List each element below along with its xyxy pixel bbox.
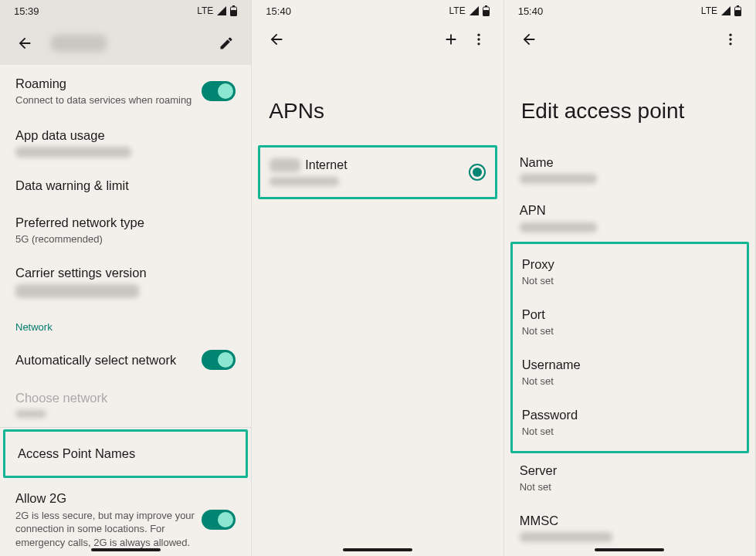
access-point-names-setting[interactable]: Access Point Names (3, 429, 248, 478)
svg-point-6 (477, 34, 480, 36)
lte-label: LTE (701, 5, 717, 16)
roaming-setting[interactable]: Roaming Connect to data services when ro… (0, 65, 251, 118)
screen3-header (504, 22, 755, 57)
app-data-title: App data usage (15, 127, 105, 144)
field-apn[interactable]: APN (504, 193, 755, 241)
svg-point-14 (729, 42, 731, 45)
allow-2g-setting[interactable]: Allow 2G 2G is less secure, but may impr… (0, 480, 251, 556)
back-button[interactable] (263, 25, 290, 53)
field-server-sub: Not set (520, 480, 740, 494)
page-title: APNs (252, 57, 503, 145)
apn-list-item[interactable]: Internet (258, 145, 497, 199)
carrier-title: Carrier settings version (15, 265, 147, 281)
choose-network-setting: Choose network (0, 381, 251, 426)
allow-2g-toggle[interactable] (202, 510, 236, 530)
carrier-name-redacted (51, 35, 107, 52)
auto-select-toggle[interactable] (202, 350, 236, 370)
more-button[interactable] (465, 25, 493, 53)
allow2g-title: Allow 2G (15, 490, 202, 507)
field-port-title: Port (522, 307, 737, 323)
status-bar: 15:39 LTE (0, 0, 251, 22)
status-bar: 15:40 LTE (504, 0, 755, 22)
svg-point-12 (729, 34, 731, 36)
screen2-header (252, 22, 503, 57)
field-port[interactable]: Port Not set (513, 297, 747, 348)
prefnet-sub: 5G (recommended) (15, 232, 103, 246)
svg-point-13 (729, 38, 731, 40)
status-time: 15:40 (518, 5, 544, 17)
nav-bar[interactable] (595, 548, 664, 551)
data-warning-limit-setting[interactable]: Data warning & limit (0, 167, 251, 205)
svg-point-8 (477, 42, 480, 45)
field-name[interactable]: Name (504, 145, 755, 193)
screen1-header (0, 22, 251, 65)
add-button[interactable] (437, 25, 465, 53)
network-section-header: Network (0, 307, 251, 339)
status-time: 15:39 (14, 5, 39, 17)
field-mmsc-value-redacted (520, 532, 612, 542)
proxy-auth-group: Proxy Not set Port Not set Username Not … (510, 242, 749, 453)
field-name-value-redacted (520, 174, 597, 184)
field-port-sub: Not set (522, 324, 737, 338)
edit-button[interactable] (212, 29, 240, 57)
carrier-value-redacted (15, 284, 139, 298)
apn-title: Access Point Names (18, 446, 135, 462)
field-mmsc-title: MMSC (520, 513, 740, 529)
prefnet-title: Preferred network type (15, 215, 144, 231)
divider (0, 427, 251, 428)
svg-rect-11 (734, 10, 741, 16)
screen-apns: 15:40 LTE APNs Internet (252, 0, 503, 556)
back-button[interactable] (11, 29, 39, 57)
battery-icon (734, 5, 741, 16)
status-time: 15:40 (266, 5, 291, 17)
field-username[interactable]: Username Not set (513, 348, 747, 398)
choose-value-redacted (15, 410, 46, 418)
roaming-toggle[interactable] (202, 81, 236, 101)
field-proxy[interactable]: Proxy Not set (513, 247, 747, 297)
app-data-value-redacted (15, 147, 131, 158)
field-mmsc[interactable]: MMSC (504, 503, 755, 551)
signal-icon (216, 6, 227, 15)
field-proxy-sub: Not set (522, 274, 737, 288)
field-server[interactable]: Server Not set (504, 453, 755, 503)
field-username-title: Username (522, 357, 737, 373)
more-button[interactable] (717, 25, 744, 53)
nav-bar[interactable] (91, 548, 161, 551)
app-data-usage-setting[interactable]: App data usage (0, 118, 251, 167)
carrier-settings-version-setting[interactable]: Carrier settings version (0, 256, 251, 307)
field-server-title: Server (520, 463, 740, 479)
signal-icon (469, 6, 480, 15)
svg-rect-5 (483, 10, 489, 16)
autosel-title: Automatically select network (15, 352, 202, 368)
field-apn-title: APN (520, 202, 740, 219)
roaming-title: Roaming (15, 76, 202, 92)
preferred-network-type-setting[interactable]: Preferred network type 5G (recommended) (0, 205, 251, 256)
choose-title: Choose network (15, 390, 107, 406)
apn-name-redacted (270, 158, 300, 172)
field-apn-value-redacted (520, 222, 597, 232)
status-bar: 15:40 LTE (252, 0, 503, 22)
field-mms[interactable]: MMS (504, 551, 755, 556)
page-title: Edit access point (504, 57, 755, 145)
field-proxy-title: Proxy (522, 256, 737, 273)
apn-sub-redacted (270, 177, 339, 186)
field-password[interactable]: Password Not set (513, 398, 747, 448)
field-username-sub: Not set (522, 375, 737, 388)
battery-icon (483, 5, 490, 16)
field-password-sub: Not set (522, 425, 737, 439)
radio-selected-icon (473, 168, 482, 177)
apn-item-label: Internet (305, 158, 347, 172)
lte-label: LTE (197, 5, 213, 16)
apn-radio[interactable] (469, 164, 486, 181)
back-button[interactable] (515, 25, 543, 53)
lte-label: LTE (449, 5, 466, 16)
auto-select-network-setting[interactable]: Automatically select network (0, 339, 251, 381)
nav-bar[interactable] (343, 548, 412, 551)
roaming-sub: Connect to data services when roaming (15, 93, 202, 107)
svg-rect-2 (231, 10, 237, 16)
field-password-title: Password (522, 407, 737, 423)
data-warning-title: Data warning & limit (15, 178, 129, 194)
screen-edit-access-point: 15:40 LTE Edit access point Name APN Pr (504, 0, 756, 556)
battery-icon (230, 5, 237, 16)
field-name-title: Name (520, 154, 740, 171)
